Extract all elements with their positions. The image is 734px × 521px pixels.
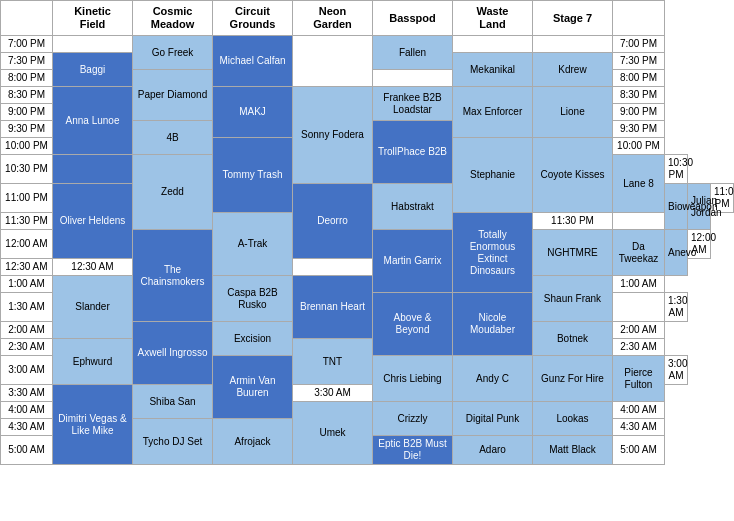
circuit-130: Above & Beyond — [373, 293, 453, 356]
basspod-400: Crizzly — [373, 402, 453, 436]
stage7-130 — [613, 293, 665, 322]
time-header-right — [613, 1, 665, 36]
basspod-100: Caspa B2B Rusko — [213, 276, 293, 322]
time-800pm: 8:00 PM — [1, 70, 53, 87]
time-1230am-right: 12:30 AM — [53, 259, 133, 276]
time-430am: 4:30 AM — [1, 419, 53, 436]
neon-300: Chris Liebing — [373, 356, 453, 402]
time-130am: 1:30 AM — [1, 293, 53, 322]
basspod-300: Andy C — [453, 356, 533, 402]
schedule-table: KineticField CosmicMeadow CircuitGrounds… — [0, 0, 734, 465]
time-900pm: 9:00 PM — [1, 104, 53, 121]
cosmic-1130: A-Trak — [213, 213, 293, 276]
neon-1030: Lane 8 — [613, 155, 665, 213]
stage7-1200: Anevo — [665, 230, 688, 276]
waste-1000: Stephanie — [453, 138, 533, 213]
stage7-300: Pierce Fulton — [613, 356, 665, 402]
stage-header-neon: NeonGarden — [293, 1, 373, 36]
time-1030pm: 10:30 PM — [1, 155, 53, 184]
time-100am: 1:00 AM — [1, 276, 53, 293]
time-900pm-right: 9:00 PM — [613, 104, 665, 121]
kinetic-330: Dimitri Vegas & Like Mike — [53, 385, 133, 465]
stage-header-cosmic: CosmicMeadow — [133, 1, 213, 36]
waste-1100: Bioweapon — [665, 184, 688, 230]
cosmic-700: Go Freek — [133, 36, 213, 70]
time-header-left — [1, 1, 53, 36]
waste-230: TNT — [293, 339, 373, 385]
kinetic-200: Axwell Ingrosso — [133, 322, 213, 385]
circuit-700: Michael Calfan — [213, 36, 293, 87]
time-200am-right: 2:00 AM — [613, 322, 665, 339]
waste-100: Brennan Heart — [293, 276, 373, 339]
neon-130: Nicole Moudaber — [453, 293, 533, 356]
kinetic-730: Baggi — [53, 53, 133, 87]
time-230am-right: 2:30 AM — [613, 339, 665, 356]
waste-830: Max Enforcer — [453, 87, 533, 138]
circuit-300: Armin Van Buuren — [213, 356, 293, 419]
time-330am-right: 3:30 AM — [293, 385, 373, 402]
neon-400: Umek — [293, 402, 373, 465]
time-1000pm-right: 10:00 PM — [613, 138, 665, 155]
stage7-700 — [533, 36, 613, 53]
circuit-1200: Martin Garrix — [373, 230, 453, 293]
stage7-830: Lione — [533, 87, 613, 138]
cosmic-430: Tycho DJ Set — [133, 419, 213, 465]
cosmic-1030: Zedd — [133, 155, 213, 230]
waste-700 — [453, 36, 533, 53]
time-930pm: 9:30 PM — [1, 121, 53, 138]
time-230am: 2:30 AM — [1, 339, 53, 356]
circuit-430: Afrojack — [213, 419, 293, 465]
cosmic-100: Slander — [53, 276, 133, 339]
time-300am-right: 3:00 AM — [665, 356, 688, 385]
basspod-830: Frankee B2B Loadstar — [373, 87, 453, 121]
time-830pm: 8:30 PM — [1, 87, 53, 104]
time-730pm-right: 7:30 PM — [613, 53, 665, 70]
neon-830: Sonny Fodera — [293, 87, 373, 184]
kinetic-1200: The Chainsmokers — [133, 230, 213, 322]
time-1200am: 12:00 AM — [1, 230, 53, 259]
stage-header-kinetic: KineticField — [53, 1, 133, 36]
time-700pm-right: 7:00 PM — [613, 36, 665, 53]
neon-700 — [293, 36, 373, 87]
cosmic-930: 4B — [133, 121, 213, 155]
time-1130pm: 11:30 PM — [1, 213, 53, 230]
time-430am-right: 4:30 AM — [613, 419, 665, 436]
stage-header-stage7: Stage 7 — [533, 1, 613, 36]
stage7-100: Shaun Frank — [533, 276, 613, 322]
basspod-800 — [373, 70, 453, 87]
time-130am-right: 1:30 AM — [665, 293, 688, 322]
time-730pm: 7:30 PM — [1, 53, 53, 70]
stage-header-circuit: CircuitGrounds — [213, 1, 293, 36]
kinetic-1100: Oliver Heldens — [53, 184, 133, 259]
stage7-1000: Coyote Kisses — [533, 138, 613, 213]
time-700pm: 7:00 PM — [1, 36, 53, 53]
kinetic-830: Anna Lunoe — [53, 87, 133, 155]
waste-300: Gunz For Hire — [533, 356, 613, 402]
stage7-400: Lookas — [533, 402, 613, 436]
basspod-1200: NGHTMRE — [533, 230, 613, 276]
time-800pm-right: 8:00 PM — [613, 70, 665, 87]
waste-400: Digital Punk — [453, 402, 533, 436]
stage-header-basspod: Basspod — [373, 1, 453, 36]
time-1000pm: 10:00 PM — [1, 138, 53, 155]
circuit-1100: Deorro — [293, 184, 373, 259]
basspod-700: Fallen — [373, 36, 453, 70]
time-200am: 2:00 AM — [1, 322, 53, 339]
stage-header-waste: WasteLand — [453, 1, 533, 36]
cosmic-230: Ephwurd — [53, 339, 133, 385]
time-100am-right: 1:00 AM — [613, 276, 665, 293]
stage7-730: Kdrew — [533, 53, 613, 87]
time-1100pm: 11:00 PM — [1, 184, 53, 213]
stage7-200: Botnek — [533, 322, 613, 356]
time-1230am: 12:30 AM — [1, 259, 53, 276]
time-500am: 5:00 AM — [1, 436, 53, 465]
time-1030pm-right: 10:30 PM — [665, 155, 688, 184]
stage7-1100: Julian Jordan — [688, 184, 711, 230]
stage7-500: Matt Black — [533, 436, 613, 465]
time-830pm-right: 8:30 PM — [613, 87, 665, 104]
waste-1200: Da Tweekaz — [613, 230, 665, 276]
circuit-1000: Tommy Trash — [213, 138, 293, 213]
basspod-1100: Habstrakt — [373, 184, 453, 230]
cosmic-800: Paper Diamond — [133, 70, 213, 121]
basspod-930: TrollPhace B2B — [373, 121, 453, 184]
